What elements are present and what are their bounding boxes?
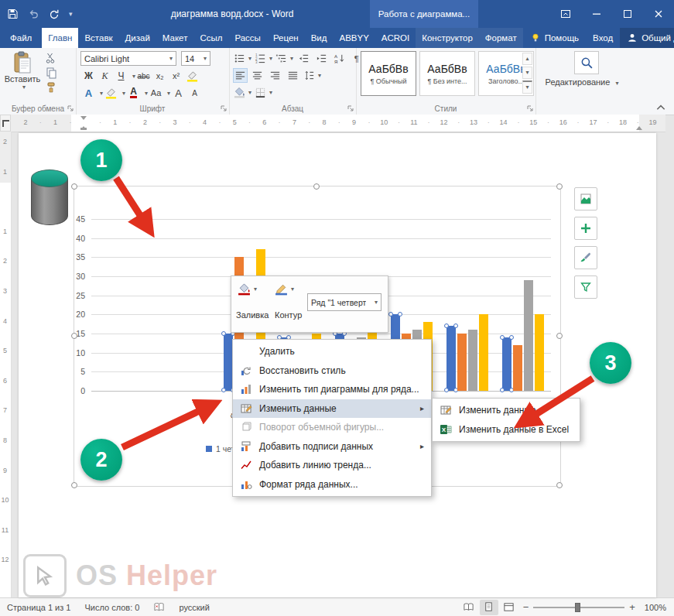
search-button[interactable] bbox=[574, 51, 599, 74]
highlight-icon[interactable] bbox=[184, 70, 200, 82]
tab-help[interactable]: Помощь bbox=[523, 28, 586, 48]
selection-handle[interactable] bbox=[71, 183, 77, 190]
tab-Вставк[interactable]: Вставк bbox=[78, 28, 118, 48]
print-layout-button[interactable] bbox=[480, 600, 498, 615]
copy-icon[interactable] bbox=[45, 67, 57, 79]
text-effects-button[interactable]: А bbox=[80, 86, 97, 101]
dialog-launcher-icon[interactable] bbox=[347, 104, 354, 112]
tab-selector[interactable] bbox=[0, 115, 11, 132]
tab-Формат[interactable]: Формат bbox=[479, 28, 523, 48]
superscript-button[interactable]: x² bbox=[168, 69, 184, 84]
page-indicator[interactable]: Страница 1 из 1 bbox=[0, 603, 77, 612]
tab-Вид[interactable]: Вид bbox=[305, 28, 334, 48]
contextual-tab-group-label[interactable]: Работа с диаграмма... bbox=[370, 0, 478, 28]
italic-button[interactable]: К bbox=[97, 69, 113, 84]
selection-handle[interactable] bbox=[313, 183, 320, 190]
justify-icon[interactable] bbox=[285, 68, 301, 83]
maximize-button[interactable] bbox=[612, 0, 643, 28]
grow-font-button[interactable]: А bbox=[170, 86, 186, 101]
save-icon[interactable] bbox=[6, 8, 19, 20]
selection-handle[interactable] bbox=[71, 482, 77, 488]
context-menu-item[interactable]: Формат ряда данных... bbox=[233, 475, 431, 495]
dialog-launcher-icon[interactable] bbox=[67, 104, 74, 112]
subscript-button[interactable]: x₂ bbox=[152, 69, 168, 84]
bold-button[interactable]: Ж bbox=[80, 69, 97, 84]
series-selector-combo[interactable]: Ряд "1 четверт ▾ bbox=[307, 293, 381, 311]
context-menu-item[interactable]: Добавить подписи данных▸ bbox=[233, 437, 431, 457]
tab-Файл[interactable]: Файл bbox=[0, 28, 42, 48]
selection-handle[interactable] bbox=[556, 333, 563, 339]
increase-indent-icon[interactable] bbox=[313, 51, 330, 66]
dialog-launcher-icon[interactable] bbox=[220, 104, 228, 112]
bullet-list-icon[interactable]: ▾ bbox=[233, 51, 252, 66]
shrink-font-button[interactable]: А bbox=[186, 86, 203, 101]
paste-button[interactable]: Вставить ▾ bbox=[5, 51, 40, 101]
word-count[interactable]: Число слов: 0 bbox=[77, 603, 146, 612]
chart-filters-button[interactable] bbox=[574, 275, 597, 299]
zoom-level[interactable]: 100% bbox=[640, 603, 674, 612]
minimize-button[interactable] bbox=[581, 0, 612, 28]
read-mode-button[interactable] bbox=[460, 600, 478, 615]
tab-ACROI[interactable]: ACROI bbox=[375, 28, 416, 48]
align-left-icon[interactable] bbox=[233, 68, 248, 83]
tab-Главн[interactable]: Главн bbox=[42, 28, 78, 48]
style-gallery-scroll[interactable]: ▴▾▾ bbox=[522, 53, 532, 94]
ribbon-display-button[interactable] bbox=[550, 0, 581, 28]
context-menu-item[interactable]: Восстановить стиль bbox=[233, 361, 431, 381]
close-button[interactable] bbox=[643, 0, 674, 28]
chart-elements-button[interactable] bbox=[574, 217, 597, 240]
multilevel-list-icon[interactable]: ▾ bbox=[275, 51, 294, 66]
highlight-button[interactable] bbox=[103, 87, 119, 99]
context-menu-item[interactable]: Изменить данные▸ bbox=[233, 399, 431, 419]
underline-button[interactable]: Ч bbox=[113, 69, 129, 84]
context-menu-item[interactable]: Добавить линию тренда... bbox=[233, 456, 431, 475]
submenu-item[interactable]: XИзменить данные в Excel bbox=[433, 420, 580, 440]
web-layout-button[interactable] bbox=[500, 600, 518, 615]
zoom-slider[interactable] bbox=[533, 607, 624, 608]
borders-icon[interactable]: ▾ bbox=[254, 85, 273, 100]
align-right-icon[interactable] bbox=[267, 68, 283, 83]
decrease-indent-icon[interactable] bbox=[296, 51, 312, 66]
tab-ABBYY[interactable]: ABBYY bbox=[333, 28, 375, 48]
language-indicator[interactable]: русский bbox=[172, 603, 216, 612]
line-spacing-icon[interactable]: ▾ bbox=[303, 68, 322, 83]
submenu-item[interactable]: Изменить данные bbox=[433, 401, 580, 420]
fill-color-button[interactable]: ▾ bbox=[238, 282, 257, 296]
style-card[interactable]: АаБбВв¶ Без инте... bbox=[419, 51, 475, 96]
zoom-in-button[interactable]: + bbox=[624, 601, 640, 613]
tab-Рассы[interactable]: Рассы bbox=[228, 28, 266, 48]
font-size-combo[interactable]: 14 ▾ bbox=[181, 51, 210, 66]
font-color-button[interactable]: А bbox=[130, 87, 137, 98]
format-painter-icon[interactable] bbox=[45, 81, 57, 94]
style-card[interactable]: АаБбВв¶ Обычный bbox=[361, 51, 416, 96]
editing-label[interactable]: Редактирование ▾ bbox=[535, 77, 628, 87]
tab-Дизай[interactable]: Дизай bbox=[119, 28, 156, 48]
tab-Макет[interactable]: Макет bbox=[156, 28, 194, 48]
redo-icon[interactable] bbox=[48, 8, 60, 20]
outline-color-button[interactable]: ▾ bbox=[275, 282, 294, 296]
change-case-button[interactable]: Аа bbox=[148, 86, 164, 101]
numbered-list-icon[interactable]: 123▾ bbox=[254, 51, 273, 66]
font-name-combo[interactable]: Calibri Light ▾ bbox=[80, 51, 176, 66]
customize-qat-icon[interactable]: ▾ bbox=[69, 10, 73, 18]
shading-icon[interactable]: ▾ bbox=[233, 85, 252, 100]
layout-options-button[interactable] bbox=[574, 187, 597, 210]
align-center-icon[interactable] bbox=[249, 68, 265, 83]
undo-icon[interactable] bbox=[27, 8, 39, 20]
tab-Ссыл[interactable]: Ссыл bbox=[193, 28, 228, 48]
dialog-launcher-icon[interactable] bbox=[526, 104, 534, 112]
left-indent-marker[interactable] bbox=[80, 128, 87, 130]
tab-Конструктор[interactable]: Конструктор bbox=[416, 28, 479, 48]
chart-styles-button[interactable] bbox=[574, 246, 597, 269]
proofing-status[interactable] bbox=[146, 601, 172, 613]
tab-Рецен[interactable]: Рецен bbox=[267, 28, 305, 48]
context-menu-item[interactable]: Удалить bbox=[233, 342, 431, 361]
strikethrough-button[interactable]: abc bbox=[135, 69, 152, 84]
context-menu-item[interactable]: Изменить тип диаграммы для ряда... bbox=[233, 380, 431, 399]
cylinder-shape-top[interactable] bbox=[31, 169, 68, 187]
share-button[interactable]: Общий доступ bbox=[620, 28, 674, 48]
zoom-out-button[interactable]: − bbox=[518, 601, 534, 613]
signin-button[interactable]: Вход bbox=[586, 28, 620, 48]
sort-icon[interactable]: АЯ bbox=[331, 51, 347, 66]
selection-handle[interactable] bbox=[556, 482, 563, 488]
